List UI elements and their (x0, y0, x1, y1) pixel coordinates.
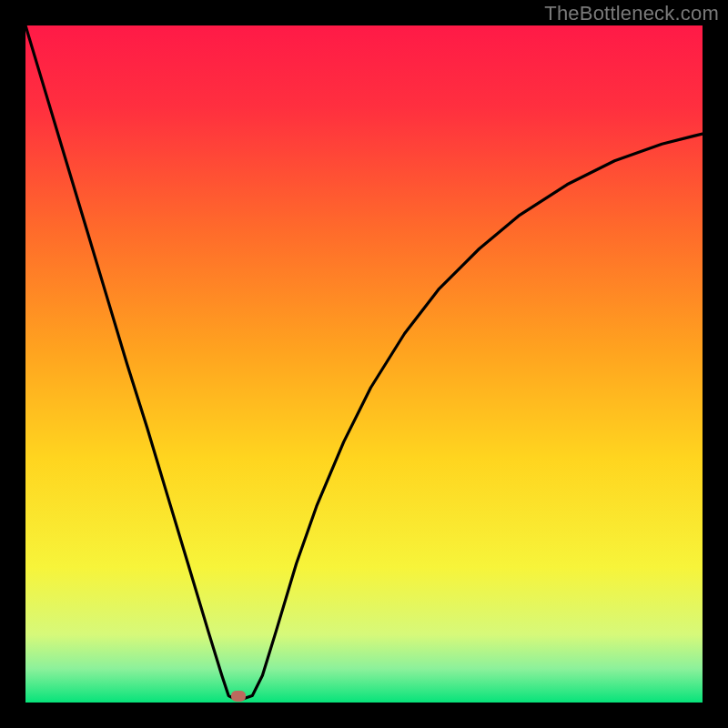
optimal-point-marker (231, 691, 246, 702)
chart-frame: TheBottleneck.com (0, 0, 728, 728)
plot-area (25, 25, 703, 703)
watermark-text: TheBottleneck.com (544, 2, 719, 25)
